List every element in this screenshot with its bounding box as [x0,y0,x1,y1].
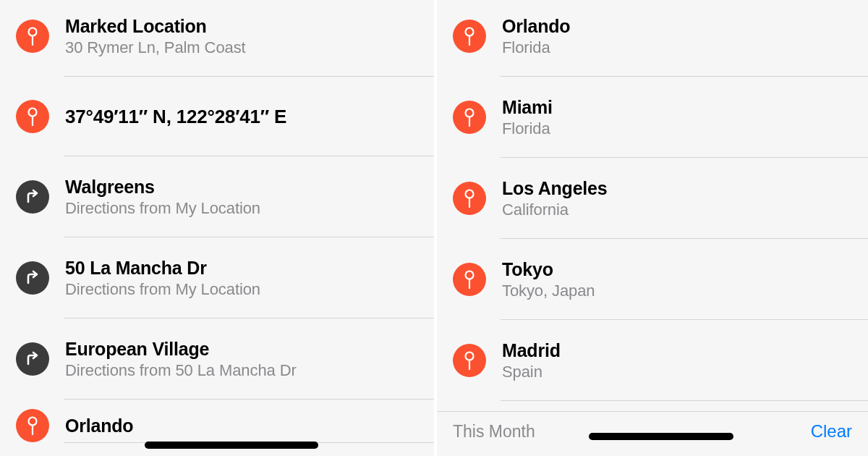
item-title: Los Angeles [502,178,608,199]
home-indicator [589,433,733,440]
list-item[interactable]: Walgreens Directions from My Location [0,156,434,237]
item-subtitle: Directions from 50 La Mancha Dr [65,361,297,380]
list-item[interactable]: European Village Directions from 50 La M… [0,318,434,400]
list-item[interactable]: Madrid Spain [437,320,868,401]
pin-icon [453,101,486,134]
directions-icon [16,261,49,295]
list-item[interactable]: Los Angeles California [437,158,868,239]
svg-point-8 [466,109,474,117]
svg-point-2 [29,109,37,117]
pin-icon [453,344,486,377]
item-subtitle: California [502,200,608,219]
item-title: Orlando [65,415,133,436]
svg-point-14 [466,352,474,360]
right-panel: Orlando Florida Miami Florida Los Angele… [434,0,868,456]
section-header-label: This Month [453,422,535,442]
list-item[interactable]: Miami Florida [437,77,868,158]
item-subtitle: Directions from My Location [65,280,260,299]
directions-icon [16,342,49,376]
item-title: 37°49′11″ N, 122°28′41″ E [65,106,286,128]
item-title: Orlando [502,16,570,37]
list-item[interactable]: Tokyo Tokyo, Japan [437,239,868,320]
item-title: Walgreens [65,177,260,198]
item-subtitle: Tokyo, Japan [502,282,595,300]
item-title: 50 La Mancha Dr [65,258,260,279]
directions-icon [16,180,49,214]
svg-point-6 [466,28,474,36]
svg-point-4 [29,418,37,426]
svg-point-12 [466,271,474,279]
list-item[interactable]: 50 La Mancha Dr Directions from My Locat… [0,237,434,318]
pin-icon [453,182,486,215]
item-subtitle: Florida [502,38,570,57]
item-subtitle: Spain [502,363,561,381]
item-subtitle: Florida [502,119,553,138]
pin-icon [16,409,49,442]
item-subtitle: Directions from My Location [65,199,260,218]
clear-button[interactable]: Clear [811,421,852,442]
item-title: Madrid [502,340,561,361]
pin-icon [453,20,486,53]
list-item[interactable]: Marked Location 30 Rymer Ln, Palm Coast [0,0,434,77]
left-panel: Marked Location 30 Rymer Ln, Palm Coast … [0,0,434,456]
svg-point-10 [466,190,474,198]
right-list: Orlando Florida Miami Florida Los Angele… [437,0,868,401]
pin-icon [16,100,49,133]
list-item[interactable]: Orlando [0,400,434,443]
item-subtitle: 30 Rymer Ln, Palm Coast [65,38,246,57]
item-title: Tokyo [502,259,595,280]
list-item[interactable]: Orlando Florida [437,0,868,77]
left-list: Marked Location 30 Rymer Ln, Palm Coast … [0,0,434,443]
pin-icon [16,20,49,53]
list-item[interactable]: 37°49′11″ N, 122°28′41″ E [0,77,434,156]
item-title: Miami [502,97,553,118]
home-indicator [145,442,318,449]
svg-point-0 [29,28,37,36]
item-title: Marked Location [65,16,246,37]
pin-icon [453,263,486,296]
item-title: European Village [65,339,297,360]
